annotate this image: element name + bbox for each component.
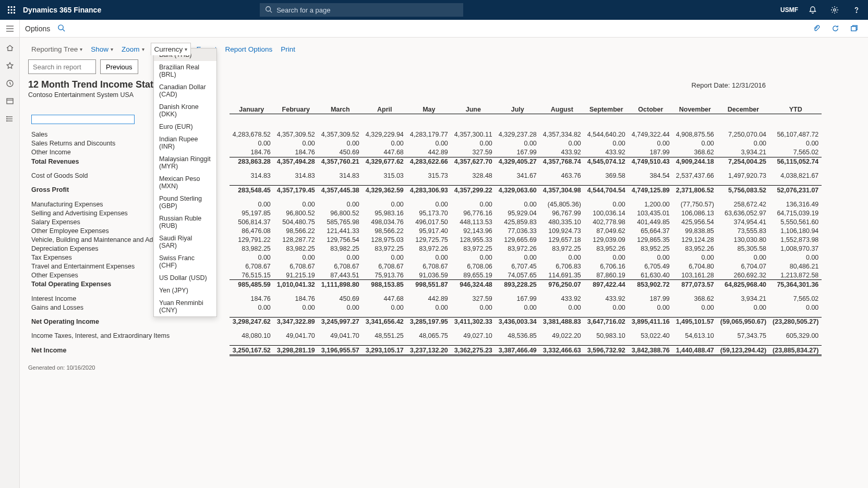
svg-point-27	[6, 121, 7, 121]
selected-cell-indicator[interactable]	[31, 115, 135, 124]
cell-value: 129,124.28	[673, 235, 717, 244]
page-search-icon[interactable]	[57, 24, 65, 33]
cell-value: 0.00	[363, 139, 407, 148]
cell-value: 6,708.67	[230, 262, 274, 271]
options-menu[interactable]: Options	[25, 25, 50, 33]
currency-option[interactable]: Swiss Franc (CHF)	[154, 252, 216, 272]
cell-value: 1,008,970.37	[769, 244, 822, 253]
cell-value: 1,497,920.73	[717, 172, 769, 180]
currency-option[interactable]: Yuan Renminbi (CNY)	[154, 297, 216, 316]
chevron-down-icon: ▾	[142, 46, 144, 52]
zoom-menu[interactable]: Zoom ▾	[118, 43, 148, 55]
currency-option[interactable]: Danish Krone (DKK)	[154, 101, 216, 120]
cell-value: 1,111,898.80	[318, 280, 363, 289]
favorites-icon[interactable]	[3, 58, 17, 73]
currency-menu[interactable]: Currency ▾	[151, 43, 191, 55]
cell-value: 374,954.41	[717, 217, 769, 226]
cell-value: 3,381,488.83	[540, 317, 584, 326]
cell-value: 946,324.48	[451, 280, 496, 289]
table-row: Net Operating Income3,298,247.623,347,32…	[28, 317, 822, 326]
zoom-label: Zoom	[122, 45, 140, 53]
cell-value: 0.00	[540, 303, 584, 312]
column-header: February	[274, 105, 318, 114]
cell-value: 83,982.25	[318, 244, 363, 253]
cell-value: 95,983.16	[363, 209, 407, 217]
previous-button[interactable]: Previous	[100, 59, 138, 74]
attach-icon[interactable]	[810, 22, 823, 35]
table-row: Income Taxes, Interest, and Extraordinar…	[28, 332, 822, 340]
app-launcher-icon[interactable]	[4, 3, 19, 17]
report-table: JanuaryFebruaryMarchAprilMayJuneJulyAugu…	[28, 105, 822, 356]
cell-value: 99,838.85	[673, 226, 717, 235]
nav-toggle-icon[interactable]	[0, 20, 20, 38]
cell-value: 3,237,132.20	[407, 346, 451, 356]
cell-value: 0.00	[496, 139, 540, 148]
popout-icon[interactable]	[847, 22, 861, 35]
cell-value: 61,630.40	[629, 271, 673, 280]
cell-value: 4,329,677.62	[363, 157, 407, 166]
cell-value: 89,655.19	[451, 271, 496, 280]
cell-value: 184.76	[230, 148, 274, 157]
cell-value: 4,357,179.45	[274, 186, 318, 195]
home-icon[interactable]	[3, 41, 17, 55]
cell-value: 75,364,301.36	[769, 280, 822, 289]
notifications-icon[interactable]	[805, 3, 820, 17]
currency-option[interactable]: Mexican Peso (MXN)	[154, 173, 216, 192]
reporting-tree-label: Reporting Tree	[31, 45, 78, 53]
report-options-button[interactable]: Report Options	[222, 43, 275, 55]
report-subtitle: Contoso Entertainment System USA	[28, 91, 159, 99]
cell-value: 0.00	[769, 303, 822, 312]
cell-value: 0.00	[540, 253, 584, 262]
show-menu[interactable]: Show ▾	[88, 43, 116, 55]
report-search-input[interactable]	[28, 59, 96, 74]
cell-value: 4,283,622.66	[407, 157, 451, 166]
cell-value: 3,647,716.02	[584, 317, 629, 326]
cell-value: 7,254,004.25	[717, 157, 769, 166]
currency-option[interactable]: Malaysian Ringgit (MYR)	[154, 153, 216, 173]
cell-value: 258,672.42	[717, 200, 769, 209]
cell-value: 87,860.19	[584, 271, 629, 280]
reporting-tree-menu[interactable]: Reporting Tree ▾	[28, 43, 86, 55]
cell-value: 976,250.07	[540, 280, 584, 289]
currency-option[interactable]: US Dollar (USD)	[154, 272, 216, 284]
cell-value: 4,357,299.22	[451, 186, 496, 195]
cell-value: 129,865.35	[629, 235, 673, 244]
recent-icon[interactable]	[3, 76, 17, 91]
currency-option[interactable]: Yen (JPY)	[154, 284, 216, 297]
global-search[interactable]	[260, 3, 463, 17]
cell-value: 4,283,306.93	[407, 186, 451, 195]
currency-option[interactable]: Brazilian Real (BRL)	[154, 61, 216, 81]
cell-value: 52,076,231.07	[769, 186, 822, 195]
currency-option[interactable]: Russian Ruble (RUB)	[154, 212, 216, 232]
cell-value: 4,749,125.89	[629, 186, 673, 195]
cell-value: 1,213,872.58	[769, 271, 822, 280]
cell-value: 369.58	[584, 172, 629, 180]
refresh-icon[interactable]	[828, 22, 842, 35]
currency-option[interactable]: Saudi Riyal (SAR)	[154, 232, 216, 252]
modules-icon[interactable]	[3, 112, 17, 126]
currency-option[interactable]: Pound Sterling (GBP)	[154, 192, 216, 212]
print-button[interactable]: Print	[278, 43, 298, 55]
cell-value: 7,565.02	[769, 294, 822, 303]
cell-value: 4,908,875.56	[673, 130, 717, 139]
global-search-input[interactable]	[276, 6, 458, 14]
cell-value: (45,805.36)	[540, 200, 584, 209]
currency-option[interactable]: Euro (EUR)	[154, 120, 216, 133]
help-icon[interactable]	[849, 3, 864, 17]
currency-option[interactable]: Canadian Dollar (CAD)	[154, 81, 216, 101]
cell-value: 425,956.54	[673, 217, 717, 226]
cell-value: 0.00	[451, 200, 496, 209]
table-row: Cost of Goods Sold314.83314.83314.83315.…	[28, 172, 822, 180]
svg-rect-3	[8, 9, 9, 11]
chevron-down-icon: ▾	[111, 46, 113, 52]
column-header: May	[407, 105, 451, 114]
currency-option[interactable]: Indian Rupee (INR)	[154, 133, 216, 153]
cell-value: 6,708.67	[363, 262, 407, 271]
gear-icon[interactable]	[827, 3, 842, 17]
svg-point-11	[834, 9, 836, 11]
currency-dropdown[interactable]: Baht (THB)Brazilian Real (BRL)Canadian D…	[153, 48, 217, 317]
table-row: Selling and Advertising Expenses95,197.8…	[28, 209, 822, 217]
cell-value: 129,725.75	[407, 235, 451, 244]
workspaces-icon[interactable]	[3, 94, 17, 108]
svg-rect-5	[14, 9, 15, 11]
